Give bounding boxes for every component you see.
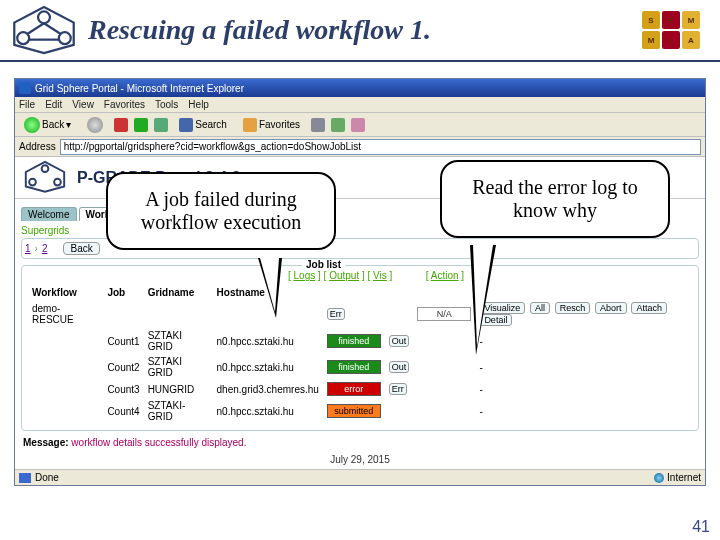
browser-menubar: File Edit View Favorites Tools Help [15, 97, 705, 113]
puzzle-logo: SEM MLA [638, 7, 714, 53]
browser-titlebar: Grid Sphere Portal - Microsoft Internet … [15, 79, 705, 97]
slide-header: Rescuing a failed workflow 1. SEM MLA [0, 0, 720, 62]
attach-button[interactable]: Attach [631, 302, 667, 314]
window-title: Grid Sphere Portal - Microsoft Internet … [35, 83, 244, 94]
menu-file[interactable]: File [19, 99, 35, 110]
callout-tail [473, 245, 493, 347]
menu-tools[interactable]: Tools [155, 99, 178, 110]
svg-marker-0 [14, 7, 73, 53]
pgrade-logo [6, 4, 82, 56]
favorites-button[interactable]: Favorites [238, 116, 305, 134]
back-icon [24, 117, 40, 133]
svg-marker-7 [26, 161, 64, 191]
err-button[interactable]: Err [327, 308, 345, 320]
table-row: Count1 SZTAKI GRID n0.hpcc.sztaki.hu fin… [28, 328, 692, 354]
action-link-row: [ Logs ] [ Output ] [ Vis ] [ Action ] [28, 270, 692, 281]
status-badge: finished [327, 334, 381, 348]
menu-edit[interactable]: Edit [45, 99, 62, 110]
message-text: workflow details successfully displayed. [71, 437, 246, 448]
print-icon[interactable] [351, 118, 365, 132]
back-nav-button[interactable]: Back [63, 242, 99, 255]
err-button[interactable]: Err [389, 383, 407, 395]
browser-window: Grid Sphere Portal - Microsoft Internet … [14, 78, 706, 486]
svg-line-4 [28, 23, 44, 33]
forward-button[interactable] [82, 115, 108, 135]
ie-icon [19, 82, 31, 94]
menu-favorites[interactable]: Favorites [104, 99, 145, 110]
address-input[interactable] [60, 139, 701, 155]
cell-job: Count3 [103, 380, 143, 398]
browser-statusbar: Done Internet [15, 469, 705, 485]
menu-help[interactable]: Help [188, 99, 209, 110]
table-row: Count4 SZTAKI-GRID n0.hpcc.sztaki.hu sub… [28, 398, 692, 424]
link-logs[interactable]: Logs [294, 270, 316, 281]
status-badge: finished [327, 360, 381, 374]
joblist-title: Job list [302, 259, 345, 270]
cell-grid: HUNGRID [144, 380, 213, 398]
history-icon[interactable] [311, 118, 325, 132]
cell-host: n0.hpcc.sztaki.hu [213, 354, 323, 380]
address-bar: Address [15, 137, 705, 157]
portal-logo [21, 160, 69, 196]
link-action[interactable]: Action [431, 270, 459, 281]
tab-welcome[interactable]: Welcome [21, 207, 77, 221]
menu-view[interactable]: View [72, 99, 94, 110]
status-badge: error [327, 382, 381, 396]
slide-number: 41 [692, 518, 710, 536]
cell-grid: SZTAKI GRID [144, 354, 213, 380]
message-label: Message: [23, 437, 69, 448]
address-label: Address [19, 141, 56, 152]
cell-host: dhen.grid3.chemres.hu [213, 380, 323, 398]
table-row: Count3 HUNGRID dhen.grid3.chemres.hu err… [28, 380, 692, 398]
globe-icon [654, 473, 664, 483]
slide-title: Rescuing a failed workflow 1. [88, 14, 638, 46]
done-icon [19, 473, 31, 483]
refresh-icon[interactable] [134, 118, 148, 132]
cell-actions: - [475, 380, 692, 398]
jobs-table: Workflow Job Gridname Hostname demo-RESC… [28, 285, 692, 424]
favorites-label: Favorites [259, 119, 300, 130]
stop-icon[interactable] [114, 118, 128, 132]
search-label: Search [195, 119, 227, 130]
svg-point-9 [29, 178, 36, 185]
col-workflow: Workflow [28, 285, 103, 300]
abort-button[interactable]: Abort [595, 302, 627, 314]
all-button[interactable]: All [530, 302, 550, 314]
cell-grid: SZTAKI-GRID [144, 398, 213, 424]
cell-job: Count1 [103, 328, 143, 354]
cell-job: Count2 [103, 354, 143, 380]
resch-button[interactable]: Resch [555, 302, 591, 314]
table-row: Count2 SZTAKI GRID n0.hpcc.sztaki.hu fin… [28, 354, 692, 380]
cell-actions: - [475, 354, 692, 380]
out-button[interactable]: Out [389, 335, 410, 347]
svg-line-5 [44, 23, 60, 33]
message-line: Message: workflow details successfully d… [23, 437, 697, 448]
svg-point-3 [59, 32, 71, 44]
vis-na: N/A [417, 307, 471, 321]
home-icon[interactable] [154, 118, 168, 132]
table-header-row: Workflow Job Gridname Hostname [28, 285, 692, 300]
cell-wfname: demo-RESCUE [28, 300, 103, 328]
search-button[interactable]: Search [174, 116, 232, 134]
crumb-2[interactable]: 2 [42, 243, 48, 254]
cell-actions: - [475, 398, 692, 424]
mail-icon[interactable] [331, 118, 345, 132]
search-icon [179, 118, 193, 132]
svg-point-8 [42, 165, 49, 172]
forward-icon [87, 117, 103, 133]
zone-label: Internet [667, 472, 701, 483]
footer-date: July 29, 2015 [15, 454, 705, 465]
cell-host: n0.hpcc.sztaki.hu [213, 328, 323, 354]
joblist-panel: Job list [ Logs ] [ Output ] [ Vis ] [ A… [21, 265, 699, 431]
status-badge: submitted [327, 404, 381, 418]
out-button[interactable]: Out [389, 361, 410, 373]
callout-left: A job failed during workflow execution [106, 172, 336, 250]
link-vis[interactable]: Vis [373, 270, 387, 281]
col-job: Job [103, 285, 143, 300]
table-row: demo-RESCUE Err N/A Visualize All Resch … [28, 300, 692, 328]
back-label: Back [42, 119, 64, 130]
back-button[interactable]: Back ▾ [19, 115, 76, 135]
crumb-1[interactable]: 1 [25, 243, 31, 254]
cell-host: n0.hpcc.sztaki.hu [213, 398, 323, 424]
link-output[interactable]: Output [329, 270, 359, 281]
